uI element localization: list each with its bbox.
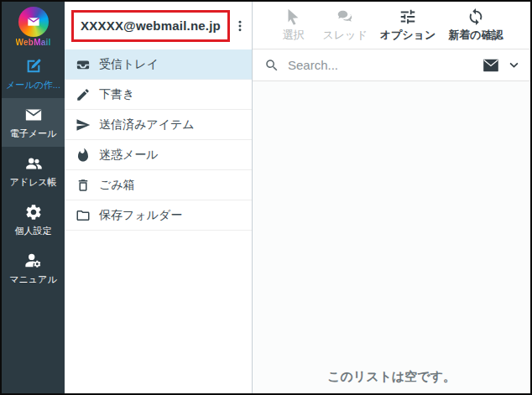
cursor-icon	[284, 8, 302, 26]
app-logo[interactable]: WebMail	[2, 2, 65, 49]
sidebar-item-label: メールの作...	[4, 79, 62, 91]
search-bar	[253, 49, 530, 81]
address-book-icon	[24, 154, 43, 173]
folder-junk[interactable]: 迷惑メール	[65, 140, 252, 170]
sidebar-item-label: マニュアル	[8, 273, 58, 286]
message-list[interactable]: このリストは空です。	[253, 81, 530, 393]
folder-menu-button[interactable]	[232, 17, 248, 35]
folder-drafts[interactable]: 下書き	[65, 80, 252, 110]
sidebar-item-manual[interactable]: マニュアル	[2, 244, 65, 293]
sidebar-item-settings[interactable]: 個人設定	[2, 195, 65, 244]
check-mail-button[interactable]: 新着の確認	[448, 8, 503, 43]
webmail-window: WebMail メールの作... 電子メール アドレス帳 個人設定 マニュアル …	[0, 0, 532, 395]
empty-list-message: このリストは空です。	[253, 369, 530, 385]
folder-icon	[76, 208, 91, 223]
account-email[interactable]: XXXXX@webmail.ne.jp	[71, 10, 230, 42]
manual-icon	[24, 252, 43, 270]
folder-label: 受信トレイ	[99, 57, 159, 72]
folder-inbox[interactable]: 受信トレイ	[65, 49, 252, 80]
threads-button[interactable]: スレッド	[322, 8, 367, 43]
logo-envelope-icon	[27, 15, 40, 29]
search-options-chevron-icon[interactable]	[508, 59, 520, 71]
toolbar-button-label: 選択	[282, 28, 304, 43]
options-button[interactable]: オプション	[380, 8, 436, 43]
search-icon	[264, 58, 279, 73]
folder-label: 保存フォルダー	[99, 208, 182, 223]
sidebar-item-label: 電子メール	[8, 127, 59, 140]
folder-label: 迷惑メール	[99, 148, 159, 163]
settings-icon	[24, 203, 43, 221]
folder-saved[interactable]: 保存フォルダー	[65, 200, 252, 231]
folder-list: 受信トレイ 下書き 送信済みアイテム 迷惑メール ごみ箱 保存フォルダー	[65, 49, 252, 231]
threads-icon	[336, 8, 354, 26]
compose-icon	[24, 57, 43, 75]
search-input[interactable]	[288, 58, 474, 72]
folder-label: 送信済みアイテム	[99, 117, 195, 133]
sidebar-item-address-book[interactable]: アドレス帳	[2, 147, 65, 195]
trash-icon	[76, 178, 91, 193]
message-toolbar: 選択 スレッド オプション 新着の確認	[253, 2, 530, 49]
sidebar-item-mail[interactable]: 電子メール	[2, 98, 65, 147]
pencil-icon	[76, 87, 91, 102]
send-icon	[76, 117, 91, 133]
refresh-icon	[467, 8, 485, 26]
flame-icon	[76, 148, 91, 163]
kebab-menu-icon	[233, 17, 247, 35]
mail-icon	[24, 106, 43, 124]
sidebar-item-label: アドレス帳	[8, 176, 58, 189]
folder-label: ごみ箱	[99, 178, 135, 193]
folder-pane: XXXXX@webmail.ne.jp 受信トレイ 下書き 送信済みアイテム 迷…	[65, 2, 253, 393]
toolbar-button-label: スレッド	[322, 28, 367, 43]
sidebar-item-label: 個人設定	[13, 225, 54, 237]
select-button[interactable]: 選択	[276, 8, 310, 43]
logo-text: WebMail	[16, 38, 51, 47]
search-scope-mail-icon[interactable]	[482, 59, 499, 72]
sidebar-item-compose[interactable]: メールの作...	[2, 49, 65, 98]
options-icon	[399, 8, 417, 26]
main-pane: 選択 スレッド オプション 新着の確認	[253, 2, 530, 393]
inbox-icon	[76, 57, 91, 72]
app-sidebar: WebMail メールの作... 電子メール アドレス帳 個人設定 マニュアル	[2, 2, 65, 393]
folder-label: 下書き	[99, 87, 134, 102]
toolbar-button-label: オプション	[380, 28, 436, 43]
webmail-logo-icon	[18, 7, 49, 37]
toolbar-button-label: 新着の確認	[448, 28, 503, 43]
account-header: XXXXX@webmail.ne.jp	[65, 2, 252, 49]
folder-trash[interactable]: ごみ箱	[65, 170, 252, 200]
folder-sent[interactable]: 送信済みアイテム	[65, 110, 252, 140]
